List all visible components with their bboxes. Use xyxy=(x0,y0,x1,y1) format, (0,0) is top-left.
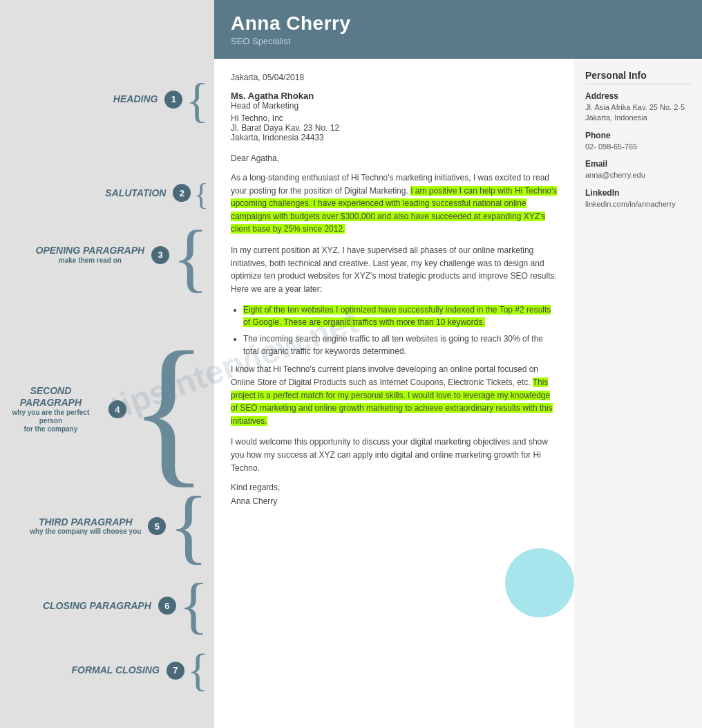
annotation-opening: OPENING PARAGRAPH make them read on 3 { xyxy=(36,220,214,290)
annotation-opening-badge: 3 xyxy=(151,246,169,264)
annotation-formal-title: FORMAL CLOSING xyxy=(72,664,160,676)
body-split: Jakarta, 05/04/2018 Ms. Agatha Rhokan He… xyxy=(214,59,702,728)
second-paragraph-intro: In my current position at XYZ, I have su… xyxy=(231,244,558,295)
letter-date: Jakarta, 05/04/2018 xyxy=(231,73,558,82)
annotation-closing-title: CLOSING PARAGRAPH xyxy=(43,600,151,612)
content-area: Anna Cherry SEO Specialist Jakarta, 05/0… xyxy=(214,0,702,728)
bullet-list: Eight of the ten websites I optimized ha… xyxy=(243,304,558,357)
annotation-opening-title: OPENING PARAGRAPH xyxy=(36,245,145,256)
annotation-third-badge: 5 xyxy=(148,517,166,535)
brace-7: { xyxy=(187,651,209,689)
recipient-title: Head of Marketing xyxy=(231,101,558,111)
sidebar: Personal Info Address Jl. Asia Afrika Ka… xyxy=(574,59,702,728)
email-label: Email xyxy=(585,159,691,169)
bullet-1-highlight: Eight of the ten websites I optimized ha… xyxy=(243,305,551,327)
salutation: Dear Agatha, xyxy=(231,153,558,163)
annotation-third-title: THIRD PARAGRAPH xyxy=(30,516,141,528)
sidebar-title: Personal Info xyxy=(585,70,691,84)
annotation-second: SECOND PARAGRAPH why you are the perfect… xyxy=(0,339,214,480)
closing-paragraph: I would welcome this opportunity to disc… xyxy=(231,436,558,474)
phone-value: 02- 098-65-765 xyxy=(585,142,691,152)
third-paragraph: I know that Hi Techno's current plans in… xyxy=(231,363,558,427)
annotation-formal-badge: 7 xyxy=(167,662,184,680)
resume-header: Anna Cherry SEO Specialist xyxy=(214,0,702,59)
brace-5: { xyxy=(169,491,209,561)
annotation-salutation-badge: 2 xyxy=(173,184,191,202)
third-normal: I know that Hi Techno's current plans in… xyxy=(231,364,538,387)
annotation-closing: CLOSING PARAGRAPH 6 { xyxy=(43,579,214,633)
annotation-formal: FORMAL CLOSING 7 { xyxy=(72,651,215,689)
brace-4: { xyxy=(129,339,209,480)
annotation-heading-badge: 1 xyxy=(164,91,182,109)
annotation-third: THIRD PARAGRAPH why the company will cho… xyxy=(30,491,214,561)
annotation-second-badge: 4 xyxy=(108,400,126,418)
brace-2: { xyxy=(193,180,209,209)
bullet-1: Eight of the ten websites I optimized ha… xyxy=(243,304,558,328)
formal-closing-text: Kind regards, xyxy=(231,483,558,492)
recipient-name: Ms. Agatha Rhokan xyxy=(231,91,558,101)
company-name: Hi Techno, Inc xyxy=(231,113,558,123)
annotation-heading: HEADING 1 { xyxy=(113,76,214,122)
address-line1: Jl. Barat Daya Kav. 23 No. 12 xyxy=(231,123,558,133)
brace-6: { xyxy=(179,579,209,633)
annotation-salutation: SALUTATION 2 { xyxy=(105,178,214,209)
annotation-opening-subtitle: make them read on xyxy=(36,256,145,265)
annotation-third-subtitle: why the company will choose you xyxy=(30,528,141,536)
annotation-second-title: SECOND PARAGRAPH xyxy=(0,385,102,409)
page-wrapper: HEADING 1 { SALUTATION 2 { OPENING PARAG… xyxy=(0,0,702,728)
linkedin-value: linkedin.com/in/annacherry xyxy=(585,199,691,209)
annotation-closing-badge: 6 xyxy=(158,597,176,615)
brace-3: { xyxy=(172,225,209,290)
address-line2: Jakarta, Indonesia 24433 xyxy=(231,133,558,142)
opening-paragraph: As a long-standing enthusiast of Hi Tech… xyxy=(231,171,558,236)
email-value: anna@cherry.edu xyxy=(585,170,691,180)
annotation-second-subtitle: why you are the perfect person for the c… xyxy=(0,409,102,433)
teal-circle-decoration xyxy=(505,548,574,617)
annotation-column: HEADING 1 { SALUTATION 2 { OPENING PARAG… xyxy=(0,0,214,728)
annotation-heading-title: HEADING xyxy=(113,93,158,105)
linkedin-label: LinkedIn xyxy=(585,188,691,198)
bullet-2: The incoming search engine traffic to al… xyxy=(243,333,558,357)
address-value: Jl. Asia Afrika Kav. 25 No. 2-5 Jakarta,… xyxy=(585,102,691,124)
annotation-salutation-title: SALUTATION xyxy=(105,187,166,199)
phone-label: Phone xyxy=(585,131,691,140)
resume-subtitle: SEO Specialist xyxy=(231,36,685,46)
main-content: Jakarta, 05/04/2018 Ms. Agatha Rhokan He… xyxy=(214,59,574,728)
brace-1: { xyxy=(185,79,209,122)
resume-name: Anna Cherry xyxy=(231,12,685,35)
signature: Anna Cherry xyxy=(231,496,558,506)
address-label: Address xyxy=(585,91,691,101)
